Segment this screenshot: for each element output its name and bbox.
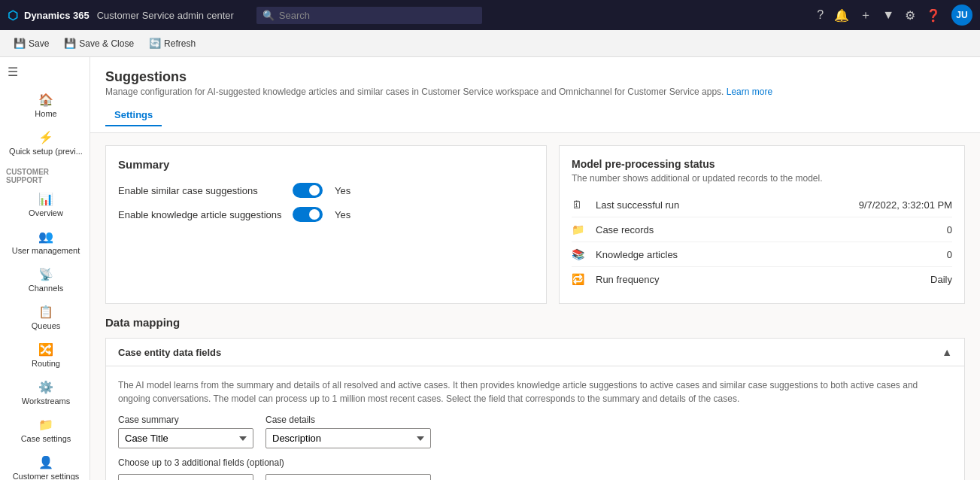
run-frequency-icon: 🔁 (572, 273, 587, 285)
optional-fields-row: Case Next Sla Remove (118, 474, 952, 480)
sidebar-item-overview-cs[interactable]: 📊 Overview (0, 186, 90, 223)
home-icon: 🏠 (38, 93, 53, 107)
dynamics-icon: ⬡ (8, 8, 18, 23)
sidebar-item-customer-settings[interactable]: 👤 Customer settings (0, 449, 90, 480)
enable-knowledge-row: Enable knowledge article suggestions Yes (118, 207, 534, 222)
case-entity-content: The AI model learns from the summary and… (106, 366, 964, 480)
case-entity-section: Case entity data fields ▲ The AI model l… (105, 338, 965, 480)
enable-similar-case-value: Yes (335, 185, 350, 196)
case-records-label: Case records (596, 224, 938, 235)
case-details-group: Case details Description (265, 415, 431, 448)
model-status-subtitle: The number shows additional or updated r… (572, 173, 952, 184)
toggle-slider (293, 183, 323, 198)
sidebar-item-routing[interactable]: 🔀 Routing (0, 336, 90, 374)
case-summary-label: Case summary (118, 415, 253, 425)
run-frequency-value: Daily (930, 274, 952, 285)
case-summary-group: Case summary Case Title (118, 415, 253, 448)
notifications-icon[interactable]: 🔔 (834, 8, 849, 23)
sidebar-item-channels[interactable]: 📡 Channels (0, 261, 90, 299)
sidebar-item-home[interactable]: 🏠 Home (0, 87, 90, 124)
sidebar-overview-cs-label: Overview (29, 208, 63, 217)
enable-knowledge-value: Yes (335, 209, 350, 220)
main-layout: ☰ 🏠 Home ⚡ Quick setup (previ... Custome… (0, 57, 980, 480)
refresh-button[interactable]: 🔄 Refresh (143, 35, 202, 52)
user-management-icon: 👥 (38, 229, 53, 244)
settings-tab[interactable]: Settings (105, 105, 162, 126)
page-subtitle: Manage configuration for AI-suggested kn… (105, 87, 965, 97)
optional-field2-select[interactable]: Next Sla (265, 474, 431, 480)
enable-similar-case-label: Enable similar case suggestions (118, 185, 284, 196)
enable-similar-case-row: Enable similar case suggestions Yes (118, 183, 534, 198)
sidebar-item-case-settings[interactable]: 📁 Case settings (0, 412, 90, 449)
sidebar-home-label: Home (35, 109, 56, 118)
save-close-icon: 💾 (64, 38, 76, 49)
case-records-icon: 📁 (572, 223, 587, 235)
page-header: Suggestions Manage configuration for AI-… (90, 57, 980, 133)
toggle-slider2 (293, 207, 323, 222)
sidebar-customer-settings-label: Customer settings (13, 472, 80, 480)
optional-field1-select[interactable]: Case (118, 474, 253, 480)
save-icon: 💾 (14, 38, 26, 49)
brand-name: Dynamics 365 (24, 10, 90, 21)
model-knowledge-articles-row: 📚 Knowledge articles 0 (572, 242, 952, 267)
settings-icon[interactable]: ⚙ (905, 8, 915, 23)
enable-knowledge-label: Enable knowledge article suggestions (118, 209, 284, 220)
routing-icon: 🔀 (38, 342, 53, 357)
workstreams-icon: ⚙️ (38, 380, 53, 394)
sidebar-quick-setup-label: Quick setup (previ... (9, 147, 83, 156)
topbar-icons: ? 🔔 ＋ ▼ ⚙ ❓ JU (817, 5, 972, 26)
sidebar-case-settings-label: Case settings (21, 434, 71, 443)
sidebar-item-user-management[interactable]: 👥 User management (0, 223, 90, 261)
save-button[interactable]: 💾 Save (8, 35, 55, 52)
plus-icon[interactable]: ＋ (860, 8, 872, 23)
topbar: ⬡ Dynamics 365 Customer Service admin ce… (0, 0, 980, 30)
optional-field2-group: Next Sla (265, 474, 431, 480)
enable-similar-case-toggle[interactable] (293, 183, 323, 198)
sidebar-item-workstreams[interactable]: ⚙️ Workstreams (0, 374, 90, 412)
queues-icon: 📋 (38, 305, 53, 319)
search-input[interactable] (279, 10, 476, 21)
save-close-button[interactable]: 💾 Save & Close (58, 35, 140, 52)
sidebar-channels-label: Channels (29, 284, 63, 293)
search-box[interactable]: 🔍 (256, 7, 482, 24)
app-title: Customer Service admin center (97, 10, 234, 21)
search-icon: 🔍 (262, 10, 275, 21)
model-case-records-row: 📁 Case records 0 (572, 217, 952, 242)
avatar[interactable]: JU (951, 5, 972, 26)
case-records-value: 0 (947, 224, 952, 235)
help-icon[interactable]: ? (817, 8, 824, 22)
sidebar: ☰ 🏠 Home ⚡ Quick setup (previ... Custome… (0, 57, 90, 480)
model-last-run-row: 🗓 Last successful run 9/7/2022, 3:32:01 … (572, 193, 952, 217)
model-status-title: Model pre-processing status (572, 158, 952, 170)
sidebar-user-management-label: User management (12, 246, 80, 255)
sidebar-workstreams-label: Workstreams (22, 396, 71, 406)
case-entity-header[interactable]: Case entity data fields ▲ (106, 339, 964, 366)
case-entity-title: Case entity data fields (118, 347, 221, 358)
help2-icon[interactable]: ❓ (926, 8, 941, 23)
case-details-label: Case details (265, 415, 431, 425)
data-mapping-section: Data mapping Case entity data fields ▲ T… (90, 304, 980, 480)
model-run-frequency-row: 🔁 Run frequency Daily (572, 267, 952, 291)
summary-section: Summary Enable similar case suggestions … (105, 145, 547, 304)
enable-knowledge-toggle[interactable] (293, 207, 323, 222)
case-entity-description: The AI model learns from the summary and… (118, 378, 952, 406)
page-title: Suggestions (105, 69, 965, 85)
case-details-select[interactable]: Description (265, 428, 431, 448)
model-status-panel: Model pre-processing status The number s… (559, 145, 965, 304)
sidebar-routing-label: Routing (32, 359, 60, 368)
data-mapping-title: Data mapping (105, 316, 965, 329)
learn-more-link[interactable]: Learn more (727, 87, 772, 97)
brand-logo: ⬡ Dynamics 365 (8, 8, 90, 23)
case-settings-icon: 📁 (38, 418, 53, 432)
sidebar-queues-label: Queues (32, 321, 61, 330)
filter-icon[interactable]: ▼ (882, 8, 894, 22)
knowledge-articles-value: 0 (947, 249, 952, 260)
refresh-icon: 🔄 (149, 38, 161, 49)
hamburger-button[interactable]: ☰ (0, 57, 90, 87)
last-run-icon: 🗓 (572, 199, 587, 211)
last-run-label: Last successful run (596, 199, 850, 211)
sidebar-item-queues[interactable]: 📋 Queues (0, 299, 90, 336)
case-summary-select[interactable]: Case Title (118, 428, 253, 448)
top-panels: Summary Enable similar case suggestions … (90, 133, 980, 304)
sidebar-item-quick-setup[interactable]: ⚡ Quick setup (previ... (0, 124, 90, 162)
